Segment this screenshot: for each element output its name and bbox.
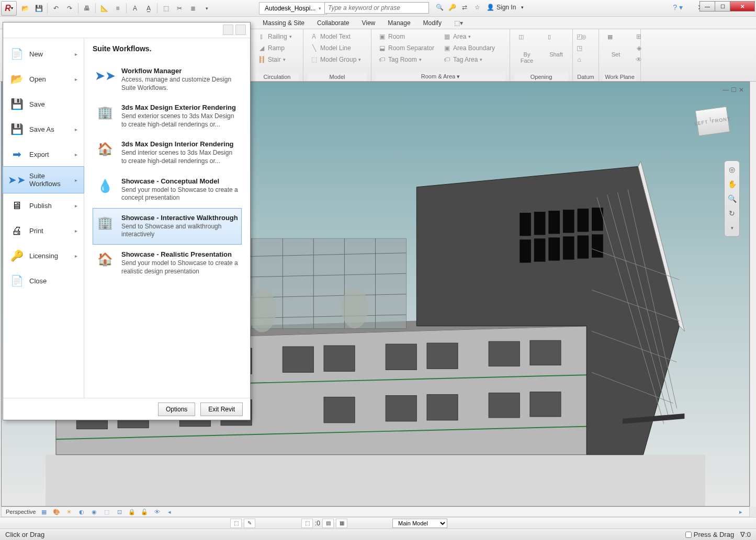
editable-only-icon[interactable]: ✎ bbox=[244, 519, 255, 528]
maximize-button[interactable]: ☐ bbox=[715, 1, 730, 12]
scroll-right-icon[interactable]: ▸ bbox=[737, 508, 745, 516]
tab-collaborate[interactable]: Collaborate bbox=[311, 17, 355, 29]
model-text-button[interactable]: AModel Text bbox=[308, 31, 363, 42]
design-options-icon[interactable]: ⬚ bbox=[301, 519, 313, 528]
vp-minimize-icon[interactable]: — bbox=[723, 86, 729, 94]
qat-dropdown-icon[interactable]: ▾ bbox=[200, 2, 213, 15]
document-tab[interactable]: Autodesk_Hospi...▾ bbox=[259, 2, 327, 15]
tag-icon[interactable]: ⬚ bbox=[160, 2, 172, 15]
tab-extra-icon[interactable]: ⬚▾ bbox=[448, 17, 469, 29]
show-workplane-button[interactable]: ⊞ bbox=[633, 31, 645, 42]
workflow-realistic-item[interactable]: 🏠 Showcase - Realistic PresentationSend … bbox=[93, 245, 242, 281]
shadows-icon[interactable]: ◐ bbox=[77, 508, 86, 516]
menu-save[interactable]: 💾Save bbox=[3, 91, 84, 117]
workflow-exterior-item[interactable]: 🏢 3ds Max Design Exterior RenderingSend … bbox=[93, 98, 242, 134]
measure-icon[interactable]: 📐 bbox=[98, 2, 110, 15]
tag-room-button[interactable]: 🏷Tag Room bbox=[376, 54, 436, 65]
recent-small-icon[interactable] bbox=[223, 25, 233, 35]
area-button[interactable]: ▦Area bbox=[441, 31, 497, 42]
align-icon[interactable]: ≡ bbox=[111, 2, 124, 15]
redo-icon[interactable]: ↷ bbox=[63, 2, 76, 15]
sun-path-icon[interactable]: ☀ bbox=[65, 508, 73, 516]
conceptual-icon: 💧 bbox=[96, 177, 114, 195]
menu-publish[interactable]: 🖥Publish▸ bbox=[3, 193, 84, 218]
vertical-scrollbar[interactable] bbox=[750, 82, 756, 507]
crop-view-icon[interactable]: ⬚ bbox=[103, 508, 111, 516]
area-boundary-button[interactable]: ▣Area Boundary bbox=[441, 43, 497, 53]
tab-view[interactable]: View bbox=[355, 17, 381, 29]
viewcube[interactable]: LEFT | FRONT bbox=[697, 108, 734, 145]
recent-large-icon[interactable] bbox=[235, 25, 246, 35]
text-icon[interactable]: A bbox=[129, 2, 141, 15]
lock-3d-icon[interactable]: 🔒 bbox=[128, 508, 136, 516]
areabound-icon: ▣ bbox=[443, 44, 451, 52]
tab-manage[interactable]: Manage bbox=[381, 17, 416, 29]
set-workplane-button[interactable]: ▦Set bbox=[603, 31, 628, 73]
list-icon[interactable]: ≣ bbox=[187, 2, 199, 15]
menu-export[interactable]: ➡Export▸ bbox=[3, 142, 84, 167]
menu-licensing[interactable]: 🔑Licensing▸ bbox=[3, 243, 84, 268]
detail-level-icon[interactable]: ▦ bbox=[40, 508, 48, 516]
viewer-button[interactable]: 👁 bbox=[633, 54, 645, 65]
undo-icon[interactable]: ↶ bbox=[50, 2, 62, 15]
app-menu: 📄New▸ 📂Open▸ 💾Save 💾Save As▸ ➡Export▸ ➤➤… bbox=[3, 22, 251, 420]
editable-icon[interactable]: ▤ bbox=[322, 519, 334, 528]
favorite-icon[interactable]: ☆ bbox=[472, 2, 482, 13]
model-group-button[interactable]: ⬚Model Group bbox=[308, 54, 363, 65]
vp-close-icon[interactable]: ✕ bbox=[739, 86, 744, 94]
menu-open[interactable]: 📂Open▸ bbox=[3, 66, 84, 91]
svg-rect-11 bbox=[489, 341, 520, 366]
search-icon[interactable]: 🔍 bbox=[434, 2, 445, 13]
rendering-icon[interactable]: ◉ bbox=[90, 508, 98, 516]
key-icon[interactable]: 🔑 bbox=[447, 2, 457, 13]
help-icon[interactable]: ? ▾ bbox=[673, 3, 683, 12]
room-separator-button[interactable]: ⬓Room Separator bbox=[376, 43, 436, 53]
room-button[interactable]: ▣Room bbox=[376, 31, 436, 42]
open-icon[interactable]: 📂 bbox=[19, 2, 31, 15]
tab-modify[interactable]: Modify bbox=[417, 17, 448, 29]
svg-rect-34 bbox=[548, 237, 560, 260]
menu-print[interactable]: 🖨Print▸ bbox=[3, 218, 84, 243]
model-line-button[interactable]: ╲Model Line bbox=[308, 43, 363, 53]
shaft-button[interactable]: ▯Shaft bbox=[544, 31, 569, 73]
exchange-icon[interactable]: ⇄ bbox=[459, 2, 470, 13]
menu-new[interactable]: 📄New▸ bbox=[3, 41, 84, 66]
exit-revit-button[interactable]: Exit Revit bbox=[200, 403, 243, 416]
active-only-icon[interactable]: ▦ bbox=[336, 519, 347, 528]
visual-style-icon[interactable]: 🎨 bbox=[52, 508, 61, 516]
print-icon[interactable]: 🖶 bbox=[81, 2, 93, 15]
section-icon[interactable]: ✂ bbox=[173, 2, 186, 15]
options-button[interactable]: Options bbox=[158, 403, 195, 416]
ramp-button[interactable]: ◢Ramp bbox=[255, 43, 294, 53]
dim-icon[interactable]: A̲ bbox=[142, 2, 155, 15]
menu-close[interactable]: 📄Close bbox=[3, 268, 84, 293]
save-icon[interactable]: 💾 bbox=[32, 2, 45, 15]
search-input[interactable] bbox=[324, 2, 429, 14]
workflow-conceptual-item[interactable]: 💧 Showcase - Conceptual ModelSend your m… bbox=[93, 171, 242, 208]
main-model-select[interactable]: Main Model bbox=[392, 519, 447, 528]
stair-button[interactable]: 🪜Stair bbox=[255, 54, 294, 65]
close-button[interactable]: ✕ bbox=[730, 1, 755, 12]
signin-button[interactable]: 👤 Sign In ▾ bbox=[487, 4, 524, 11]
menu-saveas[interactable]: 💾Save As▸ bbox=[3, 117, 84, 142]
tag-area-button[interactable]: 🏷Tag Area bbox=[441, 54, 497, 65]
workflow-manager-item[interactable]: ➤➤ Workflow ManagerAccess, manage and cu… bbox=[93, 61, 242, 98]
unlock-icon[interactable]: 🔓 bbox=[140, 508, 149, 516]
workflow-walkthrough-item[interactable]: 🏢 Showcase - Interactive WalkthroughSend… bbox=[93, 208, 242, 245]
railing-button[interactable]: ⫿Railing bbox=[255, 31, 294, 42]
menu-suite-workflows[interactable]: ➤➤Suite Workflows▸ bbox=[3, 166, 84, 193]
crop-region-icon[interactable]: ⊡ bbox=[115, 508, 123, 516]
ref-plane-button[interactable]: ◈ bbox=[633, 43, 645, 53]
vp-maximize-icon[interactable]: ☐ bbox=[731, 86, 737, 94]
by-face-button[interactable]: ◫By Face bbox=[514, 31, 539, 73]
minimize-button[interactable]: — bbox=[699, 1, 715, 12]
filter-icon[interactable]: ∇:0 bbox=[740, 531, 751, 538]
worksets-icon[interactable]: ⬚ bbox=[230, 519, 242, 528]
temp-hide-icon[interactable]: 👁 bbox=[153, 508, 161, 516]
reveal-icon[interactable]: ◂ bbox=[165, 508, 174, 516]
datum-button[interactable]: ◎ bbox=[577, 31, 602, 73]
app-menu-button[interactable]: R▾ bbox=[1, 1, 17, 16]
tab-massing-site[interactable]: Massing & Site bbox=[256, 17, 311, 29]
workflow-interior-item[interactable]: 🏠 3ds Max Design Interior RenderingSend … bbox=[93, 134, 242, 171]
press-drag-checkbox[interactable]: Press & Drag bbox=[685, 531, 734, 538]
